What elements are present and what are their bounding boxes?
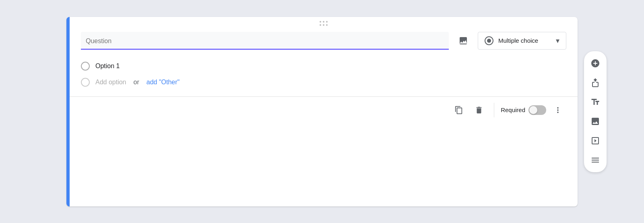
sidebar-import-button[interactable] — [586, 74, 604, 92]
sidebar-add-section-button[interactable] — [586, 151, 604, 169]
copy-icon — [454, 106, 463, 115]
video-icon — [590, 136, 600, 146]
text-fields-icon — [590, 97, 600, 107]
add-other-link[interactable]: add "Other" — [147, 79, 180, 86]
drag-handle[interactable] — [70, 17, 578, 29]
sidebar-add-question-button[interactable] — [586, 54, 604, 72]
trash-icon — [475, 106, 483, 115]
duplicate-button[interactable] — [450, 102, 467, 119]
delete-button[interactable] — [471, 102, 487, 119]
radio-filled-icon — [485, 36, 493, 45]
radio-empty-light-icon — [81, 78, 90, 87]
question-type-label: Multiple choice — [498, 37, 551, 44]
chevron-down-icon: ▾ — [556, 36, 559, 45]
required-toggle[interactable] — [528, 105, 546, 115]
question-underline — [81, 49, 449, 50]
right-sidebar — [584, 51, 607, 172]
page-background: Multiple choice ▾ Option 1 Add option or… — [0, 0, 644, 223]
required-label: Required — [501, 106, 525, 113]
question-input-wrapper — [81, 32, 449, 50]
or-text: or — [134, 79, 139, 86]
option-1-label: Option 1 — [95, 63, 120, 70]
section-icon — [590, 155, 600, 165]
add-option-text[interactable]: Add option — [95, 79, 126, 86]
radio-empty-icon — [81, 62, 90, 71]
add-circle-icon — [590, 58, 600, 68]
option-row: Option 1 — [81, 58, 566, 75]
card-footer: Required — [70, 97, 578, 123]
add-image-button[interactable] — [455, 33, 471, 49]
import-icon — [590, 78, 600, 88]
question-type-dropdown[interactable]: Multiple choice ▾ — [478, 32, 566, 50]
add-option-row: Add option or add "Other" — [81, 75, 566, 90]
sidebar-add-video-button[interactable] — [586, 132, 604, 150]
sidebar-add-image-button[interactable] — [586, 113, 604, 130]
footer-divider — [494, 103, 494, 117]
form-card: Multiple choice ▾ Option 1 Add option or… — [66, 17, 578, 206]
card-top: Multiple choice ▾ — [70, 29, 578, 58]
more-options-button[interactable] — [549, 102, 566, 119]
image-sidebar-icon — [590, 117, 600, 126]
image-icon — [458, 36, 468, 46]
sidebar-add-title-button[interactable] — [586, 93, 604, 111]
options-section: Option 1 Add option or add "Other" — [70, 58, 578, 90]
toggle-thumb — [529, 106, 537, 114]
more-vert-icon — [553, 106, 562, 115]
question-input[interactable] — [81, 32, 449, 49]
